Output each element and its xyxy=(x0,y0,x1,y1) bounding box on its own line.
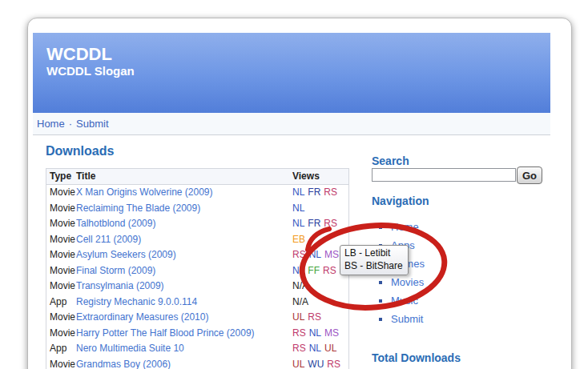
host-link-nl[interactable]: NL xyxy=(292,203,304,214)
host-link-nl[interactable]: NL xyxy=(292,187,304,198)
title-cell: Final Storm (2009) xyxy=(76,263,292,279)
title-cell: Extraordinary Measures (2010) xyxy=(76,310,292,326)
host-link-ul[interactable]: UL xyxy=(324,343,336,354)
host-link-fr[interactable]: FR xyxy=(308,218,320,229)
total-downloads-heading: Total Downloads xyxy=(372,351,461,364)
nav-submit-link[interactable]: Submit xyxy=(76,118,108,130)
sidebar-item-movies[interactable]: Movies xyxy=(372,273,425,291)
host-link-rs[interactable]: RS xyxy=(327,359,340,369)
title-cell: Grandmas Boy (2006) xyxy=(76,357,292,369)
title-link[interactable]: Extraordinary Measures (2010) xyxy=(76,311,208,323)
table-row: MovieTalhotblond (2009)NLFRRS xyxy=(46,216,349,232)
title-link[interactable]: Registry Mechanic 9.0.0.114 xyxy=(76,296,197,307)
nav-separator: · xyxy=(69,118,72,130)
type-cell: Movie xyxy=(46,279,77,295)
views-cell: NLFRRS xyxy=(292,216,349,232)
table-row: MovieTransylmania (2009)N/A xyxy=(46,279,349,295)
site-title: WCDDL xyxy=(46,44,112,65)
title-cell: X Man Origins Wolverine (2009) xyxy=(76,185,292,201)
sidebar-item-submit[interactable]: Submit xyxy=(372,310,425,328)
title-link[interactable]: Transylmania (2009) xyxy=(76,280,164,291)
views-cell: RSNLUL xyxy=(292,341,349,357)
title-link[interactable]: Harry Potter The Half Blood Prince (2009… xyxy=(76,327,255,339)
sidebar-item-music[interactable]: Music xyxy=(372,291,425,310)
host-link-rs[interactable]: RS xyxy=(292,249,306,260)
table-row: AppRegistry Mechanic 9.0.0.114N/A xyxy=(46,295,349,311)
square-bullet-icon xyxy=(379,226,382,229)
title-link[interactable]: Cell 211 (2009) xyxy=(76,234,141,245)
table-row: MovieCell 211 (2009)EB xyxy=(46,232,349,248)
search-input[interactable] xyxy=(372,168,516,182)
views-cell: NL xyxy=(292,201,349,217)
search-heading: Search xyxy=(372,154,409,167)
views-cell: ULWURS xyxy=(292,357,349,369)
table-row: AppNero Multimedia Suite 10RSNLUL xyxy=(46,341,349,357)
host-link-nl[interactable]: NL xyxy=(292,265,304,276)
host-link-nl[interactable]: NL xyxy=(309,343,321,354)
host-link-fr[interactable]: FR xyxy=(308,187,320,198)
title-link[interactable]: Reclaiming The Blade (2009) xyxy=(76,203,200,214)
page: WCDDL WCDDL Slogan Home · Submit Downloa… xyxy=(0,0,588,369)
title-link[interactable]: Grandmas Boy (2006) xyxy=(76,359,171,369)
type-cell: Movie xyxy=(46,263,77,279)
host-link-eb[interactable]: EB xyxy=(292,234,305,245)
title-cell: Cell 211 (2009) xyxy=(76,232,292,248)
host-link-ul[interactable]: UL xyxy=(292,359,304,369)
type-cell: App xyxy=(46,341,77,357)
title-link[interactable]: Nero Multimedia Suite 10 xyxy=(76,343,184,354)
host-link-rs[interactable]: RS xyxy=(323,265,336,276)
table-row: MovieExtraordinary Measures (2010)ULRS xyxy=(46,310,349,326)
type-cell: Movie xyxy=(46,326,77,342)
title-link[interactable]: Final Storm (2009) xyxy=(76,265,155,276)
sidebar-item-home[interactable]: Home xyxy=(372,218,425,236)
type-cell: Movie xyxy=(46,247,77,263)
square-bullet-icon xyxy=(379,299,382,303)
host-link-ms[interactable]: MS xyxy=(324,327,339,339)
downloads-heading: Downloads xyxy=(46,144,114,158)
views-not-available: N/A xyxy=(292,296,308,307)
site-header-banner: WCDDL WCDDL Slogan xyxy=(33,33,550,113)
sidebar-link-music[interactable]: Music xyxy=(391,295,418,307)
title-cell: Asylum Seekers (2009) xyxy=(76,247,292,263)
type-cell: Movie xyxy=(46,310,77,326)
host-link-rs[interactable]: RS xyxy=(308,311,321,323)
host-link-nl[interactable]: NL xyxy=(309,327,321,339)
tooltip-line-2: BS - BitShare xyxy=(344,260,403,273)
sidebar-link-movies[interactable]: Movies xyxy=(391,276,424,288)
table-row: MovieGrandmas Boy (2006)ULWURS xyxy=(46,357,349,369)
table-row: MovieReclaiming The Blade (2009)NL xyxy=(46,201,349,217)
host-link-ms[interactable]: MS xyxy=(324,249,339,260)
table-row: MovieFinal Storm (2009)NLFFRS xyxy=(46,263,349,279)
host-link-wu[interactable]: WU xyxy=(308,359,324,369)
title-link[interactable]: Asylum Seekers (2009) xyxy=(76,249,176,260)
table-header-row: Type Title Views xyxy=(46,169,349,185)
title-cell: Transylmania (2009) xyxy=(76,279,292,295)
hosts-tooltip: LB - Letibit BS - BitShare xyxy=(340,245,409,275)
downloads-table: Type Title Views MovieX Man Origins Wolv… xyxy=(46,168,349,369)
host-link-ul[interactable]: UL xyxy=(292,311,304,323)
title-link[interactable]: X Man Origins Wolverine (2009) xyxy=(76,187,213,198)
views-cell: RSNLMS xyxy=(292,326,349,342)
table-row: MovieX Man Origins Wolverine (2009)NLFRR… xyxy=(46,185,349,201)
sidebar-link-home[interactable]: Home xyxy=(391,221,419,233)
views-cell: N/A xyxy=(292,295,349,311)
column-header-title: Title xyxy=(76,169,292,185)
type-cell: Movie xyxy=(46,201,77,217)
title-link[interactable]: Talhotblond (2009) xyxy=(76,218,155,229)
host-link-rs[interactable]: RS xyxy=(324,218,337,229)
search-go-button[interactable]: Go xyxy=(517,166,542,184)
sidebar-link-submit[interactable]: Submit xyxy=(391,313,423,325)
type-cell: Movie xyxy=(46,185,77,201)
host-link-rs[interactable]: RS xyxy=(292,343,306,354)
host-link-nl[interactable]: NL xyxy=(309,249,321,260)
navigation-heading: Navigation xyxy=(372,195,429,207)
type-cell: Movie xyxy=(46,232,77,248)
host-link-rs[interactable]: RS xyxy=(292,327,306,339)
title-cell: Registry Mechanic 9.0.0.114 xyxy=(76,295,292,311)
host-link-rs[interactable]: RS xyxy=(324,187,337,198)
square-bullet-icon xyxy=(379,281,382,284)
host-link-nl[interactable]: NL xyxy=(292,218,304,229)
type-cell: Movie xyxy=(46,357,77,369)
nav-home-link[interactable]: Home xyxy=(37,118,65,130)
host-link-ff[interactable]: FF xyxy=(308,265,320,276)
